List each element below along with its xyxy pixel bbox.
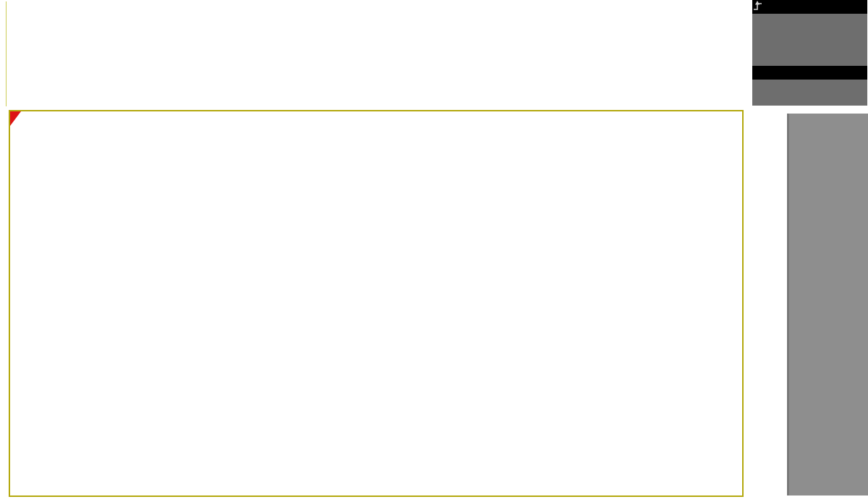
trigger-source-row xyxy=(752,80,867,93)
zoom-panel[interactable] xyxy=(9,110,744,497)
memory-row xyxy=(752,27,867,40)
timebase-trigger-panel xyxy=(752,0,867,106)
sidebar-background-strip xyxy=(787,114,868,495)
horizontal-header xyxy=(752,0,867,14)
trigger-header xyxy=(752,66,867,80)
sample-row xyxy=(752,14,867,27)
trigger-level-row xyxy=(752,93,867,106)
timebase-delay-row xyxy=(752,53,867,66)
oscilloscope-screen xyxy=(0,0,868,502)
overview-panel[interactable] xyxy=(6,1,741,106)
overview-waveforms xyxy=(7,1,741,106)
rising-edge-icon xyxy=(752,0,763,11)
zoom-waveforms xyxy=(10,111,742,495)
timebase-scale-row xyxy=(752,40,867,53)
